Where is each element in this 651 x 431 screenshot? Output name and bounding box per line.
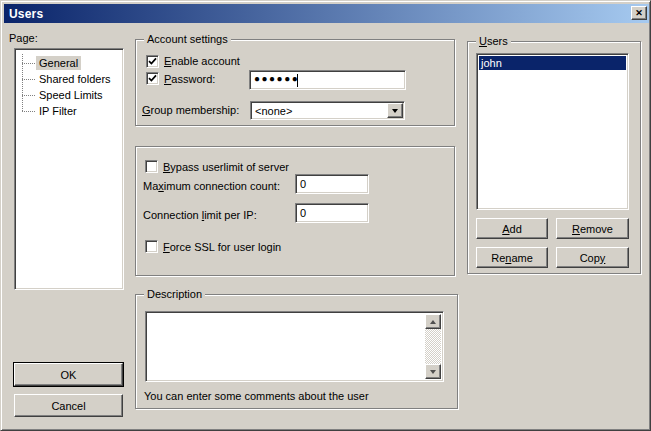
description-textarea[interactable] xyxy=(145,311,444,382)
rename-button-label: Rename xyxy=(491,252,533,264)
tree-branch-icon xyxy=(22,95,35,96)
users-caption: Users xyxy=(476,35,511,47)
password-label[interactable]: Password: xyxy=(164,73,215,85)
rename-user-button[interactable]: Rename xyxy=(476,247,548,268)
password-checkbox[interactable] xyxy=(146,72,159,85)
users-listbox[interactable]: john xyxy=(476,53,629,210)
connection-limits-group: Bypass userlimit of server Maximum conne… xyxy=(135,146,455,276)
users-group: Users john Add Remove Rename Copy xyxy=(467,41,641,274)
page-label: Page: xyxy=(9,32,38,44)
page-tree-inner: General Shared folders Speed Limits IP F… xyxy=(17,51,121,287)
ip-limit-input[interactable]: 0 xyxy=(295,203,369,223)
remove-user-button[interactable]: Remove xyxy=(556,218,629,239)
tree-item-label: General xyxy=(36,56,81,70)
tree-item-general[interactable]: General xyxy=(17,55,81,71)
titlebar[interactable]: Users ✕ xyxy=(4,4,649,23)
tree-branch-icon xyxy=(22,63,35,64)
close-button[interactable]: ✕ xyxy=(631,6,647,20)
page-tree[interactable]: General Shared folders Speed Limits IP F… xyxy=(14,48,124,290)
remove-button-label: Remove xyxy=(572,223,613,235)
tree-branch-icon xyxy=(22,111,35,112)
max-connection-label: Maximum connection count: xyxy=(143,180,280,192)
max-connection-value: 0 xyxy=(300,178,306,190)
users-listbox-inner: john xyxy=(479,56,626,207)
cancel-button-label: Cancel xyxy=(51,400,85,412)
users-dialog: Users ✕ Page: General Shared folders Spe… xyxy=(0,0,651,431)
add-user-button[interactable]: Add xyxy=(476,218,548,239)
tree-item-ip-filter[interactable]: IP Filter xyxy=(17,103,80,119)
enable-account-label[interactable]: Enable account xyxy=(164,55,240,67)
description-hint: You can enter some comments about the us… xyxy=(144,390,369,402)
description-group: Description You can enter some comments … xyxy=(135,294,458,409)
description-scrollbar[interactable] xyxy=(425,314,441,379)
password-masked-value: ●●●●●● xyxy=(254,73,299,84)
scroll-up-button[interactable] xyxy=(425,314,441,329)
ok-button[interactable]: OK xyxy=(14,363,123,386)
tree-item-label: Shared folders xyxy=(36,72,114,86)
tree-item-label: IP Filter xyxy=(36,104,80,118)
group-membership-label: Group membership: xyxy=(142,104,239,116)
force-ssl-label[interactable]: Force SSL for user login xyxy=(163,241,281,253)
bypass-userlimit-checkbox[interactable] xyxy=(145,160,158,173)
copy-button-label: Copy xyxy=(580,252,606,264)
user-list-item[interactable]: john xyxy=(479,56,626,70)
account-settings-group: Account settings Enable account Password… xyxy=(135,39,455,126)
max-connection-input[interactable]: 0 xyxy=(295,174,369,194)
password-input[interactable]: ●●●●●● xyxy=(249,70,406,90)
check-icon xyxy=(148,57,157,66)
tree-item-speed-limits[interactable]: Speed Limits xyxy=(17,87,106,103)
force-ssl-checkbox[interactable] xyxy=(145,240,158,253)
enable-account-checkbox[interactable] xyxy=(146,55,159,68)
dropdown-button[interactable] xyxy=(387,103,403,118)
chevron-down-icon xyxy=(392,109,398,113)
group-membership-select[interactable]: <none> xyxy=(250,101,405,120)
tree-branch-icon xyxy=(22,79,35,80)
group-membership-value: <none> xyxy=(255,105,292,117)
scroll-down-button[interactable] xyxy=(425,364,441,379)
tree-item-label: Speed Limits xyxy=(36,88,106,102)
ip-limit-value: 0 xyxy=(300,207,306,219)
description-caption: Description xyxy=(144,288,205,300)
ok-button-label: OK xyxy=(61,369,77,381)
window-title: Users xyxy=(4,7,43,21)
copy-user-button[interactable]: Copy xyxy=(556,247,629,268)
text-caret xyxy=(297,74,298,87)
scroll-down-icon xyxy=(430,370,436,374)
user-name: john xyxy=(481,57,502,69)
cancel-button[interactable]: Cancel xyxy=(14,394,123,417)
ip-limit-label: Connection limit per IP: xyxy=(143,209,257,221)
add-button-label: Add xyxy=(502,223,522,235)
scroll-up-icon xyxy=(430,320,436,324)
account-settings-caption: Account settings xyxy=(144,33,231,45)
close-icon: ✕ xyxy=(635,9,643,18)
tree-item-shared-folders[interactable]: Shared folders xyxy=(17,71,114,87)
bypass-userlimit-label[interactable]: Bypass userlimit of server xyxy=(163,161,289,173)
check-icon xyxy=(148,74,157,83)
